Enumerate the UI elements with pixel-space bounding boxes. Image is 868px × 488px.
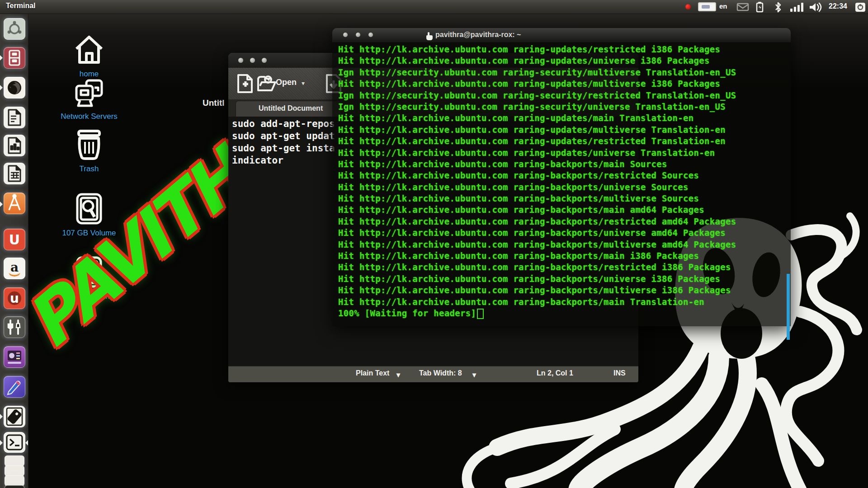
terminal-scrollbar[interactable] bbox=[787, 274, 790, 340]
gedit-line: indicator bbox=[232, 155, 283, 166]
terminal-line: Hit http://lk.archive.ubuntu.com raring-… bbox=[338, 216, 736, 227]
window-button[interactable] bbox=[262, 58, 267, 63]
chevron-down-icon[interactable]: ▾ bbox=[472, 371, 476, 379]
desktop-icon-trash[interactable]: Trash bbox=[60, 127, 118, 174]
launcher-item-ubuntu-one-music[interactable]: u bbox=[4, 287, 25, 309]
desktop-icon-label: Trash bbox=[60, 164, 118, 174]
network-servers-icon bbox=[71, 78, 107, 109]
new-document-icon[interactable] bbox=[236, 73, 255, 94]
terminal-line: Hit http://lk.archive.ubuntu.com raring-… bbox=[338, 55, 736, 66]
running-pip bbox=[0, 85, 3, 90]
document-icon bbox=[244, 104, 255, 116]
terminal-icon bbox=[4, 432, 25, 452]
running-pip bbox=[0, 202, 3, 207]
terminal-line: Hit http://lk.archive.ubuntu.com raring-… bbox=[338, 296, 736, 308]
terminal-line: Hit http://lk.archive.ubuntu.com raring-… bbox=[338, 239, 736, 250]
tab-untitled-document[interactable]: Untitled Document bbox=[236, 101, 341, 117]
focused-app-title: Terminal bbox=[6, 2, 36, 10]
gedit-statusbar: Plain Text ▾ Tab Width: 8 ▾ Ln 2, Col 1 … bbox=[228, 366, 638, 382]
unity-launcher: U a u bbox=[0, 14, 28, 488]
launcher-item-dash-home[interactable] bbox=[4, 18, 25, 40]
desktop-icon-home[interactable]: home bbox=[60, 32, 118, 79]
bluetooth-icon[interactable] bbox=[774, 2, 782, 13]
running-pip bbox=[0, 55, 3, 61]
launcher-item-draw-app[interactable] bbox=[4, 376, 25, 398]
running-pip bbox=[0, 440, 3, 446]
window-button[interactable] bbox=[250, 58, 255, 63]
terminal-line: Hit http://lk.archive.ubuntu.com raring-… bbox=[338, 124, 736, 136]
launcher-item-files[interactable] bbox=[4, 47, 25, 69]
launcher-item-tag-app[interactable] bbox=[4, 406, 25, 427]
terminal-lines: Hit http://lk.archive.ubuntu.com raring-… bbox=[338, 44, 736, 319]
battery-icon[interactable] bbox=[754, 2, 766, 13]
terminal-line: Hit http://lk.archive.ubuntu.com raring-… bbox=[338, 204, 736, 216]
open-caret-icon[interactable]: ▾ bbox=[302, 80, 305, 87]
record-indicator-icon[interactable] bbox=[685, 4, 691, 9]
signal-icon[interactable] bbox=[789, 2, 805, 13]
terminal-cursor bbox=[477, 309, 484, 319]
terminal-window: pavithra@pavithra-rox: ~ Hit http://lk.a… bbox=[332, 28, 791, 326]
window-button[interactable] bbox=[343, 33, 348, 37]
terminal-output[interactable]: Hit http://lk.archive.ubuntu.com raring-… bbox=[332, 42, 791, 326]
launcher-item-window-stack[interactable] bbox=[5, 465, 24, 476]
terminal-line: Hit http://lk.archive.ubuntu.com raring-… bbox=[338, 227, 736, 239]
terminal-titlebar[interactable]: pavithra@pavithra-rox: ~ bbox=[332, 28, 791, 43]
terminal-line: Hit http://lk.archive.ubuntu.com raring-… bbox=[338, 193, 736, 204]
cursor-position: Ln 2, Col 1 bbox=[537, 369, 573, 377]
chevron-down-icon[interactable]: ▾ bbox=[396, 371, 400, 379]
marker-pen-icon bbox=[4, 376, 25, 397]
launcher-item-window-stack[interactable] bbox=[5, 475, 24, 486]
messages-icon[interactable] bbox=[736, 2, 750, 12]
launcher-item-libreoffice-impress[interactable] bbox=[4, 135, 25, 156]
launcher-item-window-stack[interactable] bbox=[5, 455, 24, 466]
launcher-item-system-settings[interactable] bbox=[4, 316, 25, 338]
session-icon[interactable] bbox=[854, 2, 866, 13]
volume-icon[interactable] bbox=[808, 2, 823, 13]
launcher-item-terminal[interactable] bbox=[4, 432, 25, 453]
tools-icon bbox=[4, 317, 25, 338]
desktop-icon-network-servers[interactable]: Network Servers bbox=[60, 78, 118, 121]
clock[interactable]: 22:34 bbox=[829, 2, 847, 10]
terminal-line: Hit http://lk.archive.ubuntu.com raring-… bbox=[338, 182, 736, 193]
open-folder-icon[interactable] bbox=[256, 73, 277, 94]
software-center-icon bbox=[4, 193, 25, 214]
trash-icon bbox=[73, 127, 105, 162]
svg-text:u: u bbox=[10, 291, 19, 306]
launcher-item-firefox[interactable] bbox=[4, 77, 25, 99]
ubuntu-one-icon: U bbox=[4, 229, 25, 250]
gedit-line: sudo apt-get insta bbox=[232, 143, 335, 154]
language-selector[interactable]: Plain Text bbox=[356, 369, 389, 377]
window-button[interactable] bbox=[238, 58, 243, 63]
terminal-line: Hit http://lk.archive.ubuntu.com raring-… bbox=[338, 159, 736, 170]
terminal-line: Hit http://lk.archive.ubuntu.com raring-… bbox=[338, 273, 736, 285]
ubuntu-logo-icon bbox=[4, 19, 25, 39]
launcher-item-window-stack[interactable] bbox=[5, 485, 24, 488]
launcher-item-libreoffice-calc[interactable] bbox=[4, 163, 25, 184]
tab-width-selector[interactable]: Tab Width: 8 bbox=[419, 369, 462, 377]
top-panel: Terminal en 22:34 bbox=[0, 0, 868, 14]
launcher-item-amazon[interactable]: a bbox=[4, 258, 25, 279]
launcher-item-media-player[interactable] bbox=[4, 346, 25, 368]
writer-document-icon bbox=[4, 107, 25, 128]
window-button[interactable] bbox=[368, 33, 373, 37]
terminal-line: Hit http://lk.archive.ubuntu.com raring-… bbox=[338, 78, 736, 89]
gedit-line: sudo apt-get updat bbox=[232, 131, 335, 141]
impress-document-icon bbox=[4, 135, 25, 156]
amazon-icon: a bbox=[4, 258, 25, 279]
open-button[interactable]: Open bbox=[276, 78, 297, 87]
keyboard-layout-label[interactable]: en bbox=[719, 2, 727, 10]
gedit-line: sudo add-apt-repos bbox=[232, 118, 335, 129]
launcher-item-libreoffice-writer[interactable] bbox=[4, 107, 25, 128]
tab-label: Untitled Document bbox=[259, 104, 323, 113]
launcher-item-ubuntu-one[interactable]: U bbox=[4, 229, 25, 250]
launcher-item-software-center[interactable] bbox=[4, 192, 25, 214]
hidden-window-title-fragment: Untitl bbox=[203, 98, 225, 108]
file-cabinet-icon bbox=[4, 47, 25, 68]
terminal-line: Ign http://security.ubuntu.com raring-se… bbox=[338, 67, 736, 78]
focused-pip bbox=[25, 440, 28, 446]
terminal-line: Ign http://security.ubuntu.com raring-se… bbox=[338, 90, 736, 101]
window-button[interactable] bbox=[356, 33, 360, 37]
terminal-line: Hit http://lk.archive.ubuntu.com raring-… bbox=[338, 250, 736, 262]
firefox-icon bbox=[4, 77, 25, 98]
calc-document-icon bbox=[4, 163, 25, 184]
